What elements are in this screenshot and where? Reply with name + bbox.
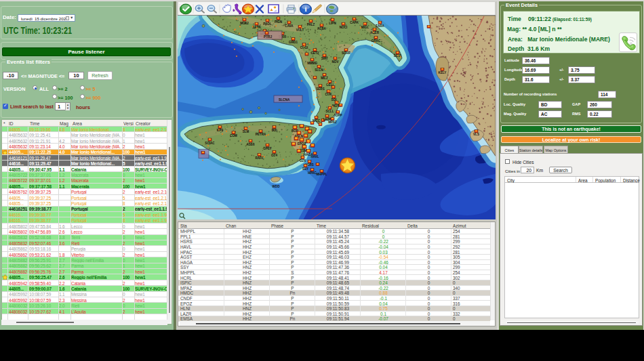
svg-text:PALZ: PALZ (307, 23, 315, 26)
svg-text:MO62: MO62 (240, 22, 249, 25)
svg-text:KELY: KELY (439, 71, 447, 75)
svg-text:ZARA: ZARA (376, 24, 384, 28)
svg-text:PETRA: PETRA (256, 133, 266, 136)
svg-text:MPAZ: MPAZ (328, 121, 337, 124)
svg-text:CET2: CET2 (311, 51, 319, 55)
svg-text:MMME: MMME (307, 62, 317, 65)
svg-text:HAVL: HAVL (310, 155, 319, 158)
svg-text:VULT: VULT (296, 28, 304, 32)
svg-text:SLCNA: SLCNA (279, 98, 290, 102)
svg-text:MHPPL: MHPPL (316, 173, 327, 176)
svg-text:SCLL: SCLL (326, 110, 334, 113)
svg-text:WDD: WDD (273, 185, 281, 188)
svg-text:COM: COM (230, 134, 237, 137)
svg-text:CUK: CUK (325, 93, 333, 96)
svg-text:SLM: SLM (243, 130, 249, 133)
svg-text:EPOZ: EPOZ (298, 142, 306, 146)
svg-text:JOPP: JOPP (334, 114, 342, 117)
svg-text:SLCN: SLCN (315, 68, 323, 72)
svg-text:CAPA: CAPA (350, 21, 359, 24)
svg-text:HPAC: HPAC (308, 171, 317, 175)
svg-text:SERS: SERS (316, 87, 325, 91)
svg-text:ACER: ACER (370, 31, 380, 35)
svg-text:VLS: VLS (473, 133, 479, 136)
svg-text:SCIAC: SCIAC (205, 142, 215, 145)
svg-text:OZ4: OZ4 (271, 154, 277, 157)
svg-text:PTRJ: PTRJ (264, 35, 273, 39)
svg-text:SSY: SSY (302, 167, 309, 171)
svg-text:MIGL: MIGL (361, 26, 369, 29)
svg-text:CUGI: CUGI (300, 46, 308, 49)
svg-text:MILZ: MILZ (321, 77, 328, 80)
svg-text:OZ6: OZ6 (300, 159, 306, 163)
svg-text:LIPN: LIPN (329, 22, 336, 25)
svg-text:CAVA: CAVA (285, 24, 294, 28)
svg-text:SIRI: SIRI (321, 57, 327, 60)
svg-text:RAFF: RAFF (255, 156, 263, 160)
svg-text:PAOL: PAOL (263, 22, 272, 26)
svg-text:ALBA: ALBA (317, 27, 326, 30)
svg-text:DIX: DIX (272, 129, 278, 132)
svg-text:SCHR: SCHR (342, 51, 351, 55)
svg-text:GRAC: GRAC (371, 39, 381, 43)
svg-text:GRO1: GRO1 (289, 41, 298, 44)
svg-text:NOCI: NOCI (340, 26, 347, 29)
svg-text:i: i (304, 6, 306, 13)
svg-text:PIGN: PIGN (275, 20, 283, 24)
svg-text:NOV: NOV (332, 60, 340, 64)
svg-text:MP9: MP9 (217, 129, 224, 132)
svg-text:GPEF: GPEF (263, 147, 272, 150)
svg-text:ASS6: ASS6 (247, 143, 255, 146)
